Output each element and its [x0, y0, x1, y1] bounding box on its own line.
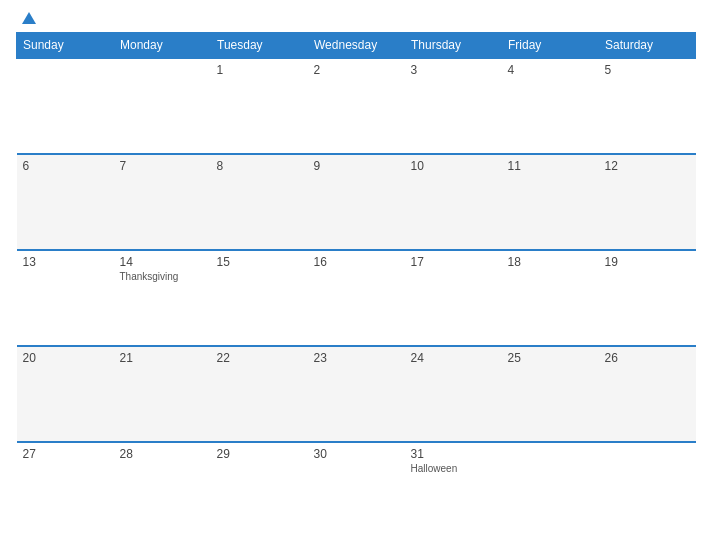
- day-number: 10: [411, 159, 496, 173]
- calendar-cell: 2: [308, 58, 405, 154]
- logo-triangle-icon: [22, 12, 36, 24]
- day-number: 29: [217, 447, 302, 461]
- calendar-cell: 4: [502, 58, 599, 154]
- day-number: 19: [605, 255, 690, 269]
- calendar-cell: 12: [599, 154, 696, 250]
- calendar-cell: 13: [17, 250, 114, 346]
- weekday-header-wednesday: Wednesday: [308, 33, 405, 59]
- day-number: 12: [605, 159, 690, 173]
- calendar-cell: 22: [211, 346, 308, 442]
- calendar-cell: 24: [405, 346, 502, 442]
- day-number: 2: [314, 63, 399, 77]
- calendar-cell: 3: [405, 58, 502, 154]
- calendar-cell: 9: [308, 154, 405, 250]
- calendar-cell: 19: [599, 250, 696, 346]
- calendar-cell: 18: [502, 250, 599, 346]
- day-number: 5: [605, 63, 690, 77]
- calendar-cell: 14Thanksgiving: [114, 250, 211, 346]
- page: SundayMondayTuesdayWednesdayThursdayFrid…: [0, 0, 712, 550]
- calendar-cell: 16: [308, 250, 405, 346]
- weekday-header-friday: Friday: [502, 33, 599, 59]
- event-label: Thanksgiving: [120, 271, 205, 282]
- calendar-cell: [114, 58, 211, 154]
- weekday-header-sunday: Sunday: [17, 33, 114, 59]
- day-number: 27: [23, 447, 108, 461]
- header: [16, 12, 696, 24]
- calendar-cell: 1: [211, 58, 308, 154]
- day-number: 13: [23, 255, 108, 269]
- day-number: 18: [508, 255, 593, 269]
- day-number: 16: [314, 255, 399, 269]
- calendar-cell: 27: [17, 442, 114, 538]
- day-number: 11: [508, 159, 593, 173]
- calendar-cell: 7: [114, 154, 211, 250]
- logo: [16, 12, 40, 24]
- day-number: 7: [120, 159, 205, 173]
- day-number: 26: [605, 351, 690, 365]
- calendar-cell: 26: [599, 346, 696, 442]
- calendar-week-row: 1314Thanksgiving1516171819: [17, 250, 696, 346]
- calendar-cell: 6: [17, 154, 114, 250]
- day-number: 30: [314, 447, 399, 461]
- day-number: 4: [508, 63, 593, 77]
- calendar-cell: 25: [502, 346, 599, 442]
- calendar-cell: 10: [405, 154, 502, 250]
- calendar-table: SundayMondayTuesdayWednesdayThursdayFrid…: [16, 32, 696, 538]
- calendar-week-row: 20212223242526: [17, 346, 696, 442]
- calendar-cell: [502, 442, 599, 538]
- weekday-header-saturday: Saturday: [599, 33, 696, 59]
- day-number: 6: [23, 159, 108, 173]
- day-number: 14: [120, 255, 205, 269]
- calendar-cell: [17, 58, 114, 154]
- day-number: 25: [508, 351, 593, 365]
- calendar-week-row: 2728293031Halloween: [17, 442, 696, 538]
- calendar-cell: 8: [211, 154, 308, 250]
- calendar-cell: 23: [308, 346, 405, 442]
- day-number: 3: [411, 63, 496, 77]
- day-number: 23: [314, 351, 399, 365]
- weekday-header-thursday: Thursday: [405, 33, 502, 59]
- calendar-week-row: 12345: [17, 58, 696, 154]
- calendar-cell: 20: [17, 346, 114, 442]
- weekday-header-tuesday: Tuesday: [211, 33, 308, 59]
- day-number: 31: [411, 447, 496, 461]
- calendar-cell: 21: [114, 346, 211, 442]
- calendar-cell: 17: [405, 250, 502, 346]
- calendar-cell: [599, 442, 696, 538]
- weekday-header-row: SundayMondayTuesdayWednesdayThursdayFrid…: [17, 33, 696, 59]
- day-number: 20: [23, 351, 108, 365]
- calendar-cell: 15: [211, 250, 308, 346]
- calendar-cell: 29: [211, 442, 308, 538]
- calendar-cell: 11: [502, 154, 599, 250]
- day-number: 9: [314, 159, 399, 173]
- calendar-week-row: 6789101112: [17, 154, 696, 250]
- day-number: 15: [217, 255, 302, 269]
- calendar-cell: 5: [599, 58, 696, 154]
- weekday-header-monday: Monday: [114, 33, 211, 59]
- calendar-cell: 30: [308, 442, 405, 538]
- day-number: 8: [217, 159, 302, 173]
- calendar-cell: 28: [114, 442, 211, 538]
- calendar-cell: 31Halloween: [405, 442, 502, 538]
- day-number: 22: [217, 351, 302, 365]
- day-number: 17: [411, 255, 496, 269]
- day-number: 24: [411, 351, 496, 365]
- day-number: 28: [120, 447, 205, 461]
- day-number: 21: [120, 351, 205, 365]
- day-number: 1: [217, 63, 302, 77]
- event-label: Halloween: [411, 463, 496, 474]
